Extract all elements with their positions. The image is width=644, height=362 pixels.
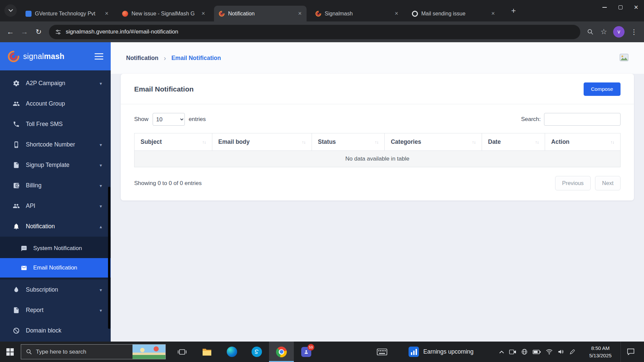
- file-explorer-button[interactable]: [195, 342, 219, 362]
- sidebar-item-notification[interactable]: Notification: [0, 216, 111, 237]
- sidebar-item-toll-free-sms[interactable]: Toll Free SMS: [0, 114, 111, 134]
- browser-tab-mail-issue[interactable]: Mail sending issue: [407, 6, 500, 21]
- hamburger-menu-icon[interactable]: [95, 53, 103, 60]
- touch-keyboard-button[interactable]: [370, 342, 394, 362]
- teams-button[interactable]: 59: [294, 342, 319, 362]
- taskbar-search-placeholder: Type here to search: [36, 349, 86, 355]
- main-area: Notification Email Notification Email No…: [111, 42, 644, 342]
- reload-button[interactable]: [32, 25, 46, 39]
- browser-tab-signalmash[interactable]: Signalmash: [311, 6, 403, 21]
- compose-button[interactable]: Compose: [584, 82, 621, 96]
- new-tab-button[interactable]: [508, 5, 519, 16]
- teams-badge: 59: [308, 344, 314, 351]
- search-button[interactable]: [584, 25, 597, 39]
- battery-icon[interactable]: [533, 350, 541, 354]
- sidebar-item-label: API: [26, 202, 35, 209]
- search-input[interactable]: [544, 113, 621, 126]
- sidebar-scrollbar-thumb[interactable]: [108, 187, 110, 329]
- taskbar-app-icons: 59: [170, 342, 319, 362]
- browser-tab-notification[interactable]: Notification: [214, 6, 307, 21]
- screen: GVenture Technology Pvt New issue - Sign…: [0, 0, 644, 362]
- window-restore-button[interactable]: [612, 0, 628, 15]
- back-button[interactable]: ←: [3, 25, 17, 39]
- tab-close-icon[interactable]: [103, 10, 111, 18]
- sidebar-item-system-notification[interactable]: System Notification: [0, 239, 111, 258]
- chevron-down-icon: [100, 203, 102, 209]
- next-page-button[interactable]: Next: [595, 176, 621, 190]
- browser-menu-button[interactable]: [627, 25, 641, 39]
- search-icon: [587, 28, 594, 35]
- signalmash-logo-icon: [7, 50, 20, 63]
- signalmash-favicon: [219, 11, 225, 17]
- ban-icon: [13, 327, 20, 334]
- column-header-categories[interactable]: Categories: [385, 133, 482, 151]
- taskbar-clock[interactable]: 8:50 AM 5/13/2025: [584, 342, 616, 362]
- profile-avatar[interactable]: v: [613, 26, 625, 38]
- task-view-button[interactable]: [170, 342, 195, 362]
- browser-tab-new-issue[interactable]: New issue - SignalMash G: [117, 6, 210, 21]
- sidebar-item-billing[interactable]: Billing: [0, 175, 111, 196]
- search-highlight-image[interactable]: [132, 345, 165, 359]
- page-size-select[interactable]: 10: [153, 113, 185, 126]
- tab-close-icon[interactable]: [199, 10, 207, 18]
- window-minimize-button[interactable]: [597, 0, 612, 15]
- breadcrumb-current: Email Notification: [171, 55, 221, 62]
- sidebar-item-a2p-campaign[interactable]: A2P Campaign: [0, 73, 111, 94]
- phone-icon: [13, 121, 20, 128]
- bookmark-button[interactable]: [597, 25, 610, 39]
- file-explorer-icon: [202, 348, 212, 356]
- column-header-date[interactable]: Date: [482, 133, 545, 151]
- window-close-button[interactable]: [628, 0, 644, 15]
- signalmash-favicon: [315, 11, 321, 17]
- sidebar-item-label: Subscription: [26, 286, 58, 293]
- column-header-email-body[interactable]: Email body: [212, 133, 312, 151]
- chat-icon: [21, 245, 27, 252]
- entries-label: entries: [189, 116, 206, 123]
- table-footer: Showing 0 to 0 of 0 entries Previous Nex…: [121, 167, 634, 190]
- browser-tab-gventure[interactable]: GVenture Technology Pvt: [21, 6, 113, 21]
- previous-page-button[interactable]: Previous: [555, 176, 591, 190]
- sidebar-item-label: Signup Template: [26, 162, 69, 169]
- bell-icon: [13, 223, 20, 230]
- news-widget-button[interactable]: Earnings upcoming: [409, 342, 474, 362]
- restore-icon: [619, 5, 623, 9]
- sidebar-item-label: System Notification: [33, 245, 82, 252]
- column-header-status[interactable]: Status: [312, 133, 384, 151]
- wifi-icon[interactable]: [546, 349, 553, 355]
- chevron-down-icon: [100, 308, 102, 313]
- sidebar-item-api[interactable]: API: [0, 196, 111, 216]
- meet-now-icon[interactable]: [509, 349, 516, 355]
- pen-icon[interactable]: [569, 349, 575, 355]
- sidebar-item-domain-block[interactable]: Domain block: [0, 320, 111, 341]
- tab-search-button[interactable]: [4, 4, 17, 17]
- column-header-action[interactable]: Action: [545, 133, 621, 151]
- start-button[interactable]: [0, 342, 20, 362]
- chrome-button[interactable]: [269, 342, 294, 362]
- sidebar-item-email-notification[interactable]: Email Notification: [0, 258, 111, 278]
- tab-close-icon[interactable]: [392, 10, 400, 18]
- header-avatar-image[interactable]: [620, 54, 629, 63]
- sidebar-item-subscription[interactable]: Subscription: [0, 280, 111, 300]
- breadcrumb-parent-link[interactable]: Notification: [126, 55, 158, 62]
- taskbar-search-box[interactable]: Type here to search: [21, 344, 166, 359]
- tab-close-icon[interactable]: [489, 10, 497, 18]
- sidebar-item-account-group[interactable]: Account Group: [0, 94, 111, 114]
- forward-button[interactable]: →: [17, 25, 32, 39]
- skype-button[interactable]: [244, 342, 269, 362]
- volume-icon[interactable]: [558, 349, 564, 355]
- column-label: Categories: [391, 138, 421, 145]
- tab-close-icon[interactable]: [296, 10, 304, 18]
- sidebar-item-label: Billing: [26, 182, 42, 189]
- site-settings-icon[interactable]: [55, 29, 61, 35]
- network-globe-icon[interactable]: [521, 349, 528, 355]
- url-text: signalmash.gventure.info/#/email-notific…: [66, 28, 178, 35]
- content-area: Email Notification Compose Show 10 entri…: [111, 74, 644, 342]
- hidden-icons-chevron-icon[interactable]: [499, 350, 504, 354]
- column-header-subject[interactable]: Subject: [135, 133, 212, 151]
- sidebar-item-signup-template[interactable]: Signup Template: [0, 155, 111, 175]
- sidebar-item-report[interactable]: Report: [0, 300, 111, 320]
- sidebar-item-shortcode-number[interactable]: Shortcode Number: [0, 134, 111, 155]
- address-bar[interactable]: signalmash.gventure.info/#/email-notific…: [49, 25, 580, 39]
- action-center-button[interactable]: [621, 342, 641, 362]
- edge-button[interactable]: [219, 342, 244, 362]
